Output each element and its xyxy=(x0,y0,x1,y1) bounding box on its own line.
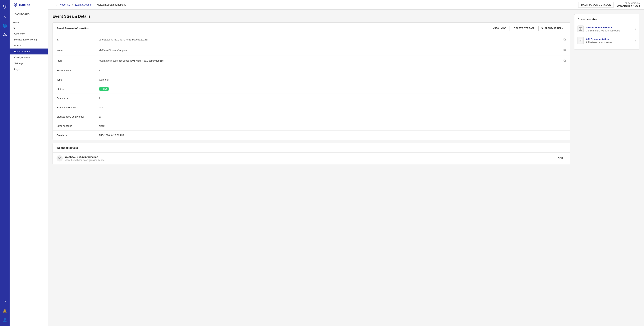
retry-delay-value: 30 xyxy=(99,115,566,118)
breadcrumb-node[interactable]: Node: n1 xyxy=(60,3,70,6)
delete-stream-button[interactable]: DELETE STREAM xyxy=(511,26,537,31)
info-card-title: Event Stream information xyxy=(56,27,89,30)
breadcrumb-event-streams[interactable]: Event Streams xyxy=(75,3,92,6)
sidebar-item-metrics[interactable]: Metrics & Monitoring xyxy=(10,37,48,43)
status-badge: ✓ Live xyxy=(99,87,109,91)
svg-line-4 xyxy=(5,34,6,35)
svg-line-3 xyxy=(4,34,5,35)
page-title: Event Stream Details xyxy=(52,14,570,19)
path-value: /eventstreams/es-e152ec3d-f801-4a7c-4881… xyxy=(99,59,563,62)
user-icon[interactable]: 👤 xyxy=(0,315,10,324)
dashboard-link[interactable]: ‹ DASHBOARD xyxy=(10,10,48,19)
info-row-batch-size: Batch size 1 xyxy=(53,94,570,103)
webhook-card-title: Webhook details xyxy=(56,146,78,149)
bell-icon[interactable]: 🔔 xyxy=(0,306,10,315)
doc-intro-chevron-icon: › xyxy=(635,28,636,31)
main-area: ··· / Node: n1 / Event Streams / MyEvent… xyxy=(48,0,644,326)
doc-item-intro[interactable]: Intro to Event Streams Consume and log c… xyxy=(574,23,639,35)
status-value: ✓ Live xyxy=(99,87,566,91)
created-at-value: 7/15/2020, 6:23:30 PM xyxy=(99,134,566,137)
webhook-info: Webhook Setup Information View the webho… xyxy=(65,156,552,161)
sidebar-item-event-streams[interactable]: Event Streams xyxy=(10,49,48,55)
created-at-label: Created at xyxy=(56,134,99,137)
breadcrumb-sep-2: / xyxy=(72,3,73,6)
svg-point-6 xyxy=(58,158,59,159)
id-copy-icon[interactable]: ⧉ xyxy=(563,37,566,42)
nodes-icon[interactable] xyxy=(0,30,10,39)
breadcrumb-current: MyEventStreamsEndpoint xyxy=(97,3,126,6)
sidebar: Kaleido ‹ DASHBOARD NODE n1 › Overview M… xyxy=(10,0,48,326)
svg-point-0 xyxy=(4,33,5,34)
globe-icon[interactable]: 🌐 xyxy=(0,21,10,30)
type-label: Type xyxy=(56,78,99,81)
info-card-actions: VIEW LOGS DELETE STREAM SUSPEND STREAM xyxy=(490,26,566,31)
batch-timeout-label: Batch timeout (ms) xyxy=(56,106,99,109)
info-row-type: Type Webhook xyxy=(53,75,570,84)
path-copy-icon[interactable]: ⧉ xyxy=(563,58,566,63)
id-label: ID xyxy=(56,38,99,41)
doc-api-info: API Documentation API reference for Kale… xyxy=(586,38,633,44)
logo-text: Kaleido xyxy=(19,3,30,7)
webhook-icon xyxy=(56,155,63,161)
topbar-right: BACK TO OLD CONSOLE ORGANIZATION Organiz… xyxy=(578,2,640,8)
doc-title: Documentation xyxy=(574,18,639,23)
info-row-created-at: Created at 7/15/2020, 6:23:30 PM xyxy=(53,131,570,140)
event-stream-info-card: Event Stream information VIEW LOGS DELET… xyxy=(52,23,570,140)
icon-bar: ⌂ 🌐 ? 🔔 👤 xyxy=(0,0,10,326)
org-selector[interactable]: ORGANIZATION Organization ABC ▾ xyxy=(617,2,640,7)
name-copy-icon[interactable]: ⧉ xyxy=(563,48,566,53)
node-row[interactable]: n1 › xyxy=(10,25,48,31)
doc-api-sub: API reference for Kaleido xyxy=(586,41,633,44)
org-name: Organization ABC ▾ xyxy=(617,5,640,7)
sidebar-item-overview[interactable]: Overview xyxy=(10,31,48,37)
sidebar-item-wallet[interactable]: Wallet xyxy=(10,43,48,49)
sidebar-item-logs[interactable]: Logs xyxy=(10,66,48,72)
breadcrumb-sep-3: / xyxy=(94,3,94,6)
webhook-setup-title: Webhook Setup Information xyxy=(65,156,552,158)
webhook-setup-row: Webhook Setup Information View the webho… xyxy=(53,153,570,164)
question-icon[interactable]: ? xyxy=(0,298,10,306)
doc-intro-title: Intro to Event Streams xyxy=(586,26,633,29)
home-icon[interactable]: ⌂ xyxy=(0,13,10,21)
node-name: n1 xyxy=(13,26,15,29)
sidebar-item-settings[interactable]: Settings xyxy=(10,60,48,66)
chevron-right-icon: › xyxy=(44,26,45,29)
webhook-card-header: Webhook details xyxy=(53,143,570,153)
path-label: Path xyxy=(56,59,99,62)
batch-timeout-value: 5000 xyxy=(99,106,566,109)
subscriptions-value: 1 xyxy=(99,69,566,72)
org-label: ORGANIZATION xyxy=(625,2,640,5)
content-area: Event Stream Details Event Stream inform… xyxy=(48,10,644,326)
error-handling-value: block xyxy=(99,124,566,127)
info-row-status: Status ✓ Live xyxy=(53,84,570,94)
content-main: Event Stream Details Event Stream inform… xyxy=(52,14,570,321)
subscriptions-label: Subscriptions xyxy=(56,69,99,72)
webhook-setup-sub: View the webhook configuration below. xyxy=(65,159,552,161)
info-row-retry-delay: Blocked retry delay (sec) 30 xyxy=(53,112,570,121)
info-row-error-handling: Error handling block xyxy=(53,121,570,131)
suspend-stream-button[interactable]: SUSPEND STREAM xyxy=(538,26,566,31)
edit-webhook-button[interactable]: EDIT xyxy=(555,156,566,161)
batch-size-label: Batch size xyxy=(56,97,99,100)
error-handling-label: Error handling xyxy=(56,124,99,127)
doc-intro-icon xyxy=(578,26,584,33)
view-logs-button[interactable]: VIEW LOGS xyxy=(490,26,510,31)
doc-item-api[interactable]: API Documentation API reference for Kale… xyxy=(574,35,639,46)
doc-api-title: API Documentation xyxy=(586,38,633,41)
info-row-id: ID es-e152ec3d-f801-4a7c-4881-bcbe4d2b25… xyxy=(53,34,570,45)
retry-delay-label: Blocked retry delay (sec) xyxy=(56,115,99,118)
breadcrumb-sep-1: / xyxy=(56,3,57,6)
breadcrumb-dots: ··· xyxy=(52,3,54,7)
info-card-header: Event Stream information VIEW LOGS DELET… xyxy=(53,23,570,34)
kaleido-logo: Kaleido xyxy=(10,0,48,10)
doc-intro-sub: Consume and log contract events xyxy=(586,29,633,32)
svg-point-7 xyxy=(60,158,61,159)
info-row-path: Path /eventstreams/es-e152ec3d-f801-4a7c… xyxy=(53,56,570,66)
name-label: Name xyxy=(56,49,99,52)
doc-api-chevron-icon: › xyxy=(635,39,636,42)
name-value: MyEventStreamsEndpoint xyxy=(99,49,563,52)
back-to-old-console-button[interactable]: BACK TO OLD CONSOLE xyxy=(578,2,614,8)
sidebar-item-configurations[interactable]: Configurations xyxy=(10,55,48,60)
right-panel: Documentation Intro to Event Streams Con… xyxy=(574,14,640,321)
type-value: Webhook xyxy=(99,78,566,81)
